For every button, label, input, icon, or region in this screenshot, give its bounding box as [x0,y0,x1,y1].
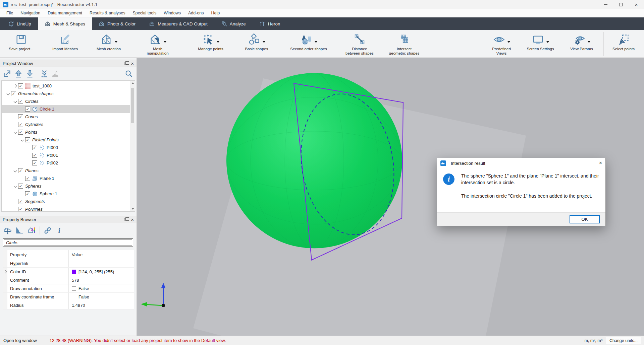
tree-item-cylinders[interactable]: ✓Cylinders [2,121,135,128]
menu-item-help[interactable]: Help [208,10,224,16]
property-row-draw-annotation[interactable]: Draw annotationFalse [3,284,134,293]
sphere-1-object[interactable] [226,73,402,248]
expander-closed-icon[interactable] [12,85,18,87]
toolbar-button-screen-settings[interactable]: Screen Settings [519,31,562,57]
dropdown-arrow-icon[interactable] [164,41,166,43]
visibility-checkbox[interactable]: ✓ [32,160,37,165]
expander-open-icon[interactable] [12,185,18,187]
float-panel-icon[interactable] [124,62,127,65]
tree-item-pt002[interactable]: ✓Pt002 [2,159,135,167]
toolbar-button-save-project[interactable]: Save project... [1,31,41,57]
tree-item-cones[interactable]: ✓Cones [2,113,135,121]
toolbar-button-view-params[interactable]: View Params [562,31,601,57]
tab-lineup[interactable]: LineUp [1,17,38,30]
import-check-icon[interactable] [40,69,49,78]
value-checkbox[interactable] [72,286,76,291]
minimize-button[interactable] [598,0,613,9]
histogram-icon[interactable] [15,226,24,235]
tab-photo-color[interactable]: Photo & Color [92,17,142,30]
tree-item-circle-1[interactable]: ✓Circle 1 [2,105,135,113]
dropdown-arrow-icon[interactable] [217,41,219,43]
toolbar-button-import-meshes[interactable]: Import Meshes [45,31,85,57]
tree-item-test-1000[interactable]: ✓test_1000 [2,82,135,90]
property-row-radius[interactable]: Radius1.4870 [3,301,134,309]
dropdown-arrow-icon[interactable] [507,41,510,43]
visibility-checkbox[interactable]: ✓ [25,191,30,196]
expander-open-icon[interactable] [12,100,18,102]
expander-open-icon[interactable] [12,131,18,133]
tree-item-plane-1[interactable]: ✓Plane 1 [2,175,135,182]
property-filter-input[interactable]: Circle: [3,238,133,247]
visibility-checkbox[interactable]: ✓ [18,83,23,88]
tree-item-segments[interactable]: ✓Segments [2,198,135,205]
tree-item-planes[interactable]: ✓Planes [2,167,135,175]
hyperlink-icon[interactable] [43,226,52,235]
tree-item-pt001[interactable]: ✓Pt001 [2,151,135,159]
visibility-checkbox[interactable]: ✓ [18,122,23,127]
dropdown-arrow-icon[interactable] [546,41,549,43]
dialog-close-icon[interactable]: × [599,160,602,166]
menu-item-special-tools[interactable]: Special tools [129,10,160,16]
magnifier-icon[interactable] [124,69,133,78]
toolbar-button-distance-between-shapes[interactable]: Distance between shapes [338,31,381,57]
visibility-checkbox[interactable]: ✓ [25,107,30,112]
info-icon[interactable]: i [55,226,64,235]
toolbar-button-select-points[interactable]: Select points [606,31,641,57]
dropdown-arrow-icon[interactable] [588,41,590,43]
tree-item-polylines[interactable]: ✓Polylines [2,205,135,212]
menu-item-results-analyses[interactable]: Results & analyses [86,10,129,16]
toolbar-button-mesh-manipulation[interactable]: Mesh manipulation [132,31,183,57]
menu-item-file[interactable]: File [3,10,17,16]
menu-item-data-management[interactable]: Data management [44,10,86,16]
tree-item-circles[interactable]: ✓Circles [2,97,135,105]
toolbar-button-mesh-creation[interactable]: Mesh creation [85,31,132,57]
move-up-icon[interactable] [14,69,23,78]
visibility-checkbox[interactable]: ✓ [32,145,37,150]
value-checkbox[interactable] [72,295,76,299]
cloud-transform-icon[interactable] [3,226,12,235]
tree-item-spheres[interactable]: ✓Spheres [2,182,135,190]
close-button[interactable]: × [629,0,644,9]
panel-splitter[interactable] [0,212,137,216]
menu-item-add-ons[interactable]: Add-ons [184,10,208,16]
dropdown-arrow-icon[interactable] [115,41,117,43]
tree-item-pt000[interactable]: ✓Pt000 [2,144,135,151]
toolbar-button-basic-shapes[interactable]: Basic shapes [234,31,279,57]
visibility-checkbox[interactable]: ✓ [25,176,30,181]
property-row-hyperlink[interactable]: Hyperlink [3,259,134,268]
tab-analyze[interactable]: Analyze [214,17,253,30]
visibility-checkbox[interactable]: ✓ [18,207,23,212]
dropdown-arrow-icon[interactable] [263,41,265,43]
toolbar-button-predefined-views[interactable]: Predefined Views [484,31,519,57]
dropdown-arrow-icon[interactable] [315,41,317,43]
close-panel-icon[interactable]: × [131,217,134,222]
move-down-icon[interactable] [25,69,34,78]
visibility-checkbox[interactable]: ✓ [25,137,30,142]
visibility-checkbox[interactable]: ✓ [18,168,23,173]
menu-item-navigation[interactable]: Navigation [17,10,44,16]
tree-scrollbar[interactable] [130,81,135,211]
toolbar-button-manage-points[interactable]: Manage points [187,31,234,57]
menu-item-windows[interactable]: Windows [160,10,184,16]
ok-button[interactable]: OK [570,215,600,223]
visibility-checkbox[interactable]: ✓ [32,153,37,158]
expander-open-icon[interactable] [19,139,25,141]
tree-item-sphere-1[interactable]: ✓Sphere 1 [2,190,135,198]
tab-measures-cad-output[interactable]: Measures & CAD Output [142,17,214,30]
visibility-checkbox[interactable]: ✓ [18,184,23,189]
expander-closed-icon[interactable] [3,268,7,276]
visibility-checkbox[interactable]: ✓ [18,130,23,135]
expander-open-icon[interactable] [5,92,11,95]
scroll-up-icon[interactable] [130,81,135,86]
visibility-checkbox[interactable]: ✓ [11,91,16,96]
visibility-checkbox[interactable]: ✓ [18,114,23,119]
pop-out-icon[interactable] [3,69,11,78]
scroll-down-icon[interactable] [130,206,135,211]
scroll-thumb[interactable] [131,88,134,123]
tab-heron[interactable]: Heron [253,17,287,30]
tree-item-points[interactable]: ✓Points [2,128,135,136]
tree-item-picked-points[interactable]: ✓Picked Points [2,136,135,144]
tab-mesh-shapes[interactable]: Mesh & Shapes [38,17,92,30]
close-panel-icon[interactable]: × [131,61,134,66]
change-units-button[interactable]: Change units... [606,337,641,344]
